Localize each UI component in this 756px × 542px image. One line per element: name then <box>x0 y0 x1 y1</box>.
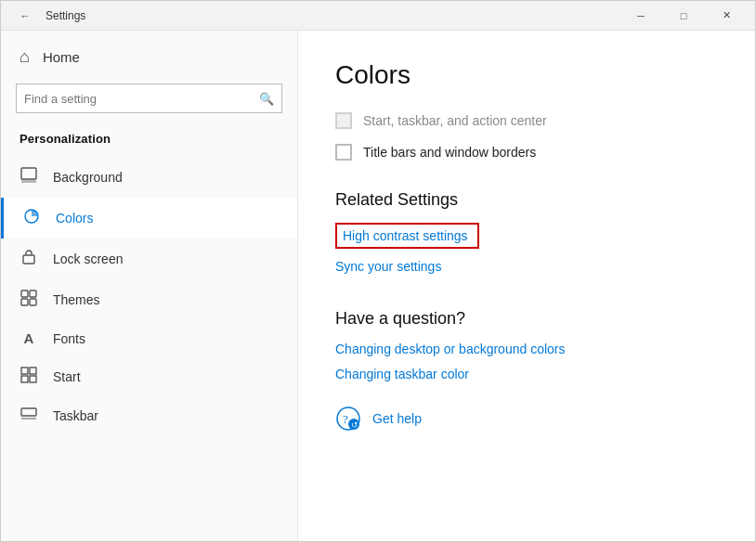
background-icon <box>20 167 38 187</box>
sidebar-item-lock-screen[interactable]: Lock screen <box>1 239 297 279</box>
page-title: Colors <box>335 60 718 90</box>
checkbox-start-taskbar[interactable] <box>335 112 352 129</box>
svg-rect-9 <box>30 368 36 374</box>
sidebar-item-label: Fonts <box>53 331 85 346</box>
svg-rect-4 <box>21 290 28 297</box>
checkbox-row-title-bars: Title bars and window borders <box>335 144 718 161</box>
sidebar-item-background[interactable]: Background <box>1 157 297 198</box>
sidebar-item-label: Lock screen <box>53 252 123 266</box>
changing-desktop-link-container: Changing desktop or background colors <box>335 342 718 356</box>
maximize-button[interactable]: □ <box>662 1 705 31</box>
titlebar-controls: ─ □ ✕ <box>619 1 748 31</box>
sidebar-item-label: Start <box>53 369 81 384</box>
content-area: ⌂ Home 🔍 Personalization Background <box>1 31 755 541</box>
taskbar-icon <box>20 407 38 424</box>
sidebar-home-label: Home <box>43 49 80 65</box>
sidebar-item-label: Themes <box>53 292 100 307</box>
colors-icon <box>22 208 41 228</box>
svg-rect-13 <box>21 418 36 419</box>
sidebar-item-themes[interactable]: Themes <box>1 279 297 320</box>
changing-taskbar-link-container: Changing taskbar color <box>335 366 718 391</box>
svg-rect-12 <box>21 408 36 416</box>
svg-rect-5 <box>30 290 36 297</box>
sidebar-item-fonts[interactable]: A Fonts <box>1 320 297 356</box>
changing-taskbar-link[interactable]: Changing taskbar color <box>335 367 469 381</box>
back-button[interactable]: ← <box>12 1 38 31</box>
get-help-label[interactable]: Get help <box>372 411 422 426</box>
titlebar: ← Settings ─ □ ✕ <box>1 1 755 31</box>
svg-rect-10 <box>21 376 28 382</box>
search-box[interactable]: 🔍 <box>16 84 282 113</box>
main-content: Colors Start, taskbar, and action center… <box>298 31 755 541</box>
svg-rect-11 <box>30 376 36 382</box>
svg-rect-0 <box>21 168 36 179</box>
svg-rect-8 <box>21 368 28 374</box>
svg-rect-3 <box>23 255 34 264</box>
svg-text:?: ? <box>343 412 348 426</box>
checkbox-label-title-bars: Title bars and window borders <box>363 145 536 160</box>
have-question-title: Have a question? <box>335 309 718 329</box>
checkbox-title-bars[interactable] <box>335 144 352 161</box>
sidebar-section-label: Personalization <box>1 124 297 157</box>
sidebar-item-taskbar[interactable]: Taskbar <box>1 397 297 434</box>
close-button[interactable]: ✕ <box>705 1 748 31</box>
sidebar-item-label: Background <box>53 170 123 185</box>
search-icon: 🔍 <box>259 92 274 106</box>
titlebar-title: Settings <box>46 9 85 22</box>
get-help-icon: ? ↺ <box>335 406 361 432</box>
themes-icon <box>20 290 38 310</box>
minimize-button[interactable]: ─ <box>619 1 662 31</box>
changing-desktop-link[interactable]: Changing desktop or background colors <box>335 342 718 356</box>
search-input[interactable] <box>24 92 259 106</box>
sync-link-container: Sync your settings <box>335 258 718 283</box>
high-contrast-link[interactable]: High contrast settings <box>335 223 479 249</box>
svg-rect-6 <box>21 299 28 305</box>
svg-text:↺: ↺ <box>351 420 358 430</box>
svg-rect-1 <box>21 180 36 183</box>
settings-window: ← Settings ─ □ ✕ ⌂ Home 🔍 Personalizatio… <box>0 0 756 542</box>
related-settings-title: Related Settings <box>335 190 718 210</box>
sync-settings-link[interactable]: Sync your settings <box>335 259 441 274</box>
checkbox-row-start-taskbar: Start, taskbar, and action center <box>335 112 718 129</box>
sidebar-item-start[interactable]: Start <box>1 356 297 397</box>
get-help-row: ? ↺ Get help <box>335 406 718 432</box>
sidebar-item-home[interactable]: ⌂ Home <box>1 31 297 80</box>
sidebar: ⌂ Home 🔍 Personalization Background <box>1 31 298 541</box>
sidebar-item-label: Colors <box>56 211 93 226</box>
svg-rect-7 <box>30 299 36 305</box>
sidebar-item-colors[interactable]: Colors <box>1 198 297 239</box>
sidebar-item-label: Taskbar <box>53 408 98 423</box>
home-icon: ⌂ <box>20 47 30 67</box>
fonts-icon: A <box>20 330 38 346</box>
start-icon <box>20 367 38 387</box>
titlebar-left: ← Settings <box>12 1 85 31</box>
lock-screen-icon <box>20 249 38 269</box>
checkbox-label-start-taskbar: Start, taskbar, and action center <box>363 113 547 128</box>
high-contrast-link-container: High contrast settings <box>335 223 718 258</box>
